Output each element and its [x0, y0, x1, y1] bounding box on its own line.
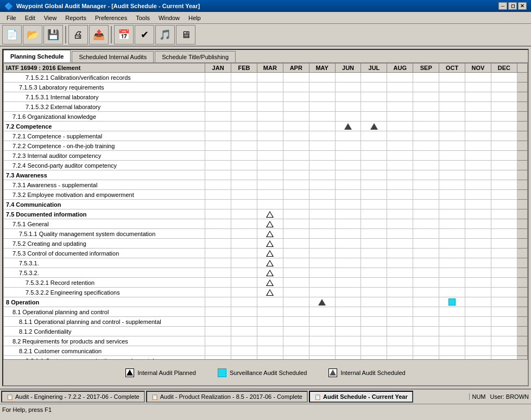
month-cell-may[interactable]: [309, 73, 335, 82]
month-cell-feb[interactable]: [231, 122, 257, 131]
month-cell-oct[interactable]: [439, 200, 465, 209]
month-cell-sep[interactable]: [413, 161, 439, 170]
month-cell-apr[interactable]: [283, 307, 309, 317]
month-cell-dec[interactable]: [491, 180, 517, 190]
month-cell-sep[interactable]: [413, 180, 439, 190]
month-cell-dec[interactable]: [491, 356, 517, 360]
month-cell-mar[interactable]: [257, 288, 283, 297]
month-cell-dec[interactable]: [491, 297, 517, 307]
month-cell-sep[interactable]: [413, 151, 439, 161]
month-cell-jun[interactable]: [335, 346, 361, 356]
restore-button[interactable]: ◻: [508, 2, 517, 10]
month-cell-dec[interactable]: [491, 229, 517, 239]
calendar-button[interactable]: 📅: [114, 25, 134, 44]
month-cell-oct[interactable]: [439, 122, 465, 131]
month-cell-nov[interactable]: [465, 356, 491, 360]
month-cell-jun[interactable]: [335, 170, 361, 180]
month-cell-sep[interactable]: [413, 92, 439, 102]
month-cell-feb[interactable]: [231, 82, 257, 92]
month-cell-mar[interactable]: [257, 102, 283, 112]
menu-preferences[interactable]: Preferences: [91, 14, 131, 22]
month-cell-feb[interactable]: [231, 161, 257, 170]
month-cell-may[interactable]: [309, 297, 335, 307]
month-cell-apr[interactable]: [283, 336, 309, 346]
month-cell-mar[interactable]: [257, 190, 283, 200]
month-cell-jun[interactable]: [335, 190, 361, 200]
spellcheck-button[interactable]: ✔: [135, 25, 154, 44]
month-cell-feb[interactable]: [231, 190, 257, 200]
month-cell-jul[interactable]: [361, 200, 387, 209]
month-cell-jun[interactable]: [335, 82, 361, 92]
month-cell-dec[interactable]: [491, 161, 517, 170]
month-cell-jun[interactable]: [335, 288, 361, 297]
month-cell-dec[interactable]: [491, 73, 517, 82]
month-cell-oct[interactable]: [439, 356, 465, 360]
month-cell-feb[interactable]: [231, 297, 257, 307]
month-cell-jan[interactable]: [205, 170, 231, 180]
month-cell-dec[interactable]: [491, 336, 517, 346]
month-cell-jul[interactable]: [361, 82, 387, 92]
month-cell-mar[interactable]: [257, 356, 283, 360]
month-cell-nov[interactable]: [465, 209, 491, 219]
month-cell-oct[interactable]: [439, 219, 465, 229]
month-cell-mar[interactable]: [257, 92, 283, 102]
month-cell-dec[interactable]: [491, 317, 517, 327]
month-cell-feb[interactable]: [231, 346, 257, 356]
month-cell-jun[interactable]: [335, 122, 361, 131]
month-cell-mar[interactable]: [257, 317, 283, 327]
month-cell-jan[interactable]: [205, 82, 231, 92]
month-cell-nov[interactable]: [465, 190, 491, 200]
month-cell-may[interactable]: [309, 180, 335, 190]
month-cell-jan[interactable]: [205, 141, 231, 151]
month-cell-feb[interactable]: [231, 131, 257, 141]
month-cell-jul[interactable]: [361, 336, 387, 346]
month-cell-jan[interactable]: [205, 151, 231, 161]
month-cell-nov[interactable]: [465, 180, 491, 190]
month-cell-nov[interactable]: [465, 131, 491, 141]
month-cell-jun[interactable]: [335, 317, 361, 327]
month-cell-sep[interactable]: [413, 229, 439, 239]
month-cell-mar[interactable]: [257, 307, 283, 317]
month-cell-oct[interactable]: [439, 317, 465, 327]
month-cell-jan[interactable]: [205, 180, 231, 190]
tab-schedule-title[interactable]: Schedule Title/Publishing: [155, 51, 236, 62]
month-cell-aug[interactable]: [387, 249, 413, 258]
month-cell-jan[interactable]: [205, 102, 231, 112]
month-cell-may[interactable]: [309, 92, 335, 102]
month-cell-mar[interactable]: [257, 180, 283, 190]
month-cell-jan[interactable]: [205, 161, 231, 170]
month-cell-may[interactable]: [309, 327, 335, 336]
month-cell-apr[interactable]: [283, 356, 309, 360]
month-cell-jul[interactable]: [361, 268, 387, 278]
month-cell-nov[interactable]: [465, 249, 491, 258]
month-cell-aug[interactable]: [387, 268, 413, 278]
month-cell-jan[interactable]: [205, 346, 231, 356]
month-cell-aug[interactable]: [387, 102, 413, 112]
month-cell-sep[interactable]: [413, 327, 439, 336]
month-cell-dec[interactable]: [491, 151, 517, 161]
month-cell-may[interactable]: [309, 317, 335, 327]
task-audit-enginering[interactable]: 📋 Audit - Enginering - 7.2.2 - 2017-06 -…: [1, 391, 145, 403]
month-cell-nov[interactable]: [465, 288, 491, 297]
month-cell-mar[interactable]: [257, 239, 283, 249]
month-cell-jun[interactable]: [335, 209, 361, 219]
month-cell-apr[interactable]: [283, 122, 309, 131]
task-audit-schedule[interactable]: 📋 Audit Schedule - Current Year: [309, 391, 413, 403]
month-cell-aug[interactable]: [387, 82, 413, 92]
open-button[interactable]: 📂: [23, 25, 42, 44]
month-cell-oct[interactable]: [439, 327, 465, 336]
month-cell-oct[interactable]: [439, 170, 465, 180]
month-cell-jun[interactable]: [335, 141, 361, 151]
month-cell-jul[interactable]: [361, 258, 387, 268]
month-cell-jul[interactable]: [361, 131, 387, 141]
month-cell-feb[interactable]: [231, 239, 257, 249]
month-cell-may[interactable]: [309, 170, 335, 180]
month-cell-aug[interactable]: [387, 297, 413, 307]
month-cell-jun[interactable]: [335, 327, 361, 336]
month-cell-apr[interactable]: [283, 112, 309, 122]
print-button[interactable]: 🖨: [68, 25, 88, 44]
month-cell-aug[interactable]: [387, 161, 413, 170]
month-cell-dec[interactable]: [491, 92, 517, 102]
month-cell-apr[interactable]: [283, 239, 309, 249]
month-cell-jun[interactable]: [335, 258, 361, 268]
